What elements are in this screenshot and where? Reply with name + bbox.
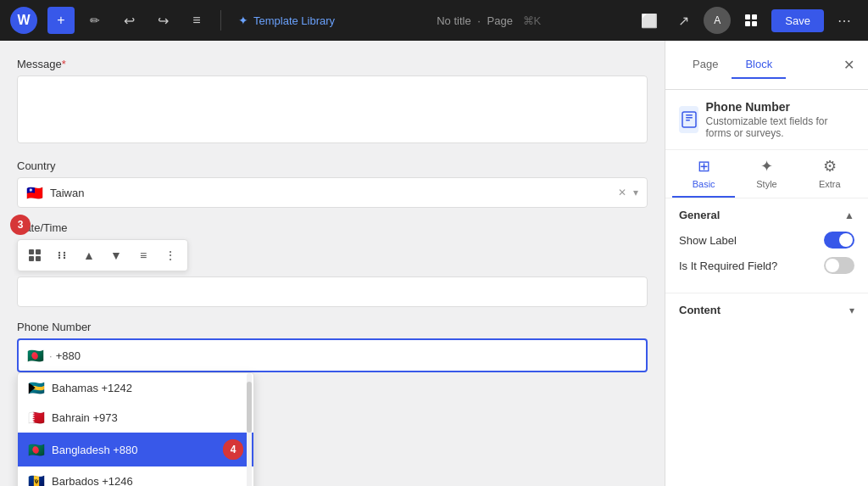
tab-page[interactable]: Page xyxy=(679,51,732,79)
scrollbar-thumb xyxy=(247,382,252,433)
block-toolbar: ▲ ▼ ≡ ⋮ xyxy=(17,239,188,271)
list-view-button[interactable]: ≡ xyxy=(183,7,210,34)
page-title: No title · Page ⌘K xyxy=(348,14,629,27)
preview-button[interactable]: ↗ xyxy=(670,7,697,34)
right-sidebar: Page Block ✕ Phone Number Customizable t… xyxy=(665,41,868,486)
content-tabs-row: ⊞ Basic ✦ Style ⚙ Extra xyxy=(665,150,868,198)
country-code-dropdown: 🇧🇸 Bahamas +1242 🇧🇭 Bahrain +973 🇧🇩 Bang… xyxy=(17,372,254,486)
step4-badge: 4 xyxy=(223,439,243,460)
svg-point-11 xyxy=(64,254,65,256)
style-tab-icon: ✦ xyxy=(760,157,773,176)
more-options-button[interactable]: ⋯ xyxy=(831,7,858,34)
dropdown-scrollbar xyxy=(247,373,252,486)
show-label-label: Show Label xyxy=(679,234,737,247)
dropdown-item-bangladesh[interactable]: 🇧🇩 Bangladesh +880 4 xyxy=(18,433,253,466)
general-section-header[interactable]: General ▲ xyxy=(665,198,868,232)
show-label-toggle-row: Show Label xyxy=(679,232,854,249)
svg-rect-16 xyxy=(686,117,693,119)
country-select[interactable]: 🇹🇼 Taiwan ✕ ▾ xyxy=(17,177,648,208)
toolbar-divider xyxy=(220,10,221,31)
move-up-button[interactable]: ▲ xyxy=(77,243,101,267)
drag-handle[interactable] xyxy=(50,243,74,267)
phone-flag: 🇧🇩 xyxy=(27,348,44,364)
block-type-button[interactable] xyxy=(23,243,47,267)
template-library-button[interactable]: ✦ Template Library xyxy=(231,10,342,31)
top-toolbar: W + ✏ ↩ ↪ ≡ ✦ Template Library No title … xyxy=(0,0,868,41)
tab-basic[interactable]: ⊞ Basic xyxy=(672,150,735,198)
close-sidebar-button[interactable]: ✕ xyxy=(843,57,854,73)
svg-rect-17 xyxy=(686,120,690,121)
panel-title: Phone Number xyxy=(705,100,854,114)
svg-rect-5 xyxy=(36,249,41,254)
svg-point-9 xyxy=(64,252,65,254)
required-field-label: Is It Required Field? xyxy=(679,260,777,272)
svg-rect-3 xyxy=(752,21,757,26)
dropdown-item-barbados[interactable]: 🇧🇧 Barbados +1246 xyxy=(18,466,253,486)
undo-button[interactable]: ↩ xyxy=(115,7,142,34)
svg-point-13 xyxy=(64,257,65,259)
phone-input[interactable]: 🇧🇩 · +880 xyxy=(17,338,648,372)
phone-value: +880 xyxy=(56,349,81,362)
content-section-title: Content xyxy=(679,304,721,316)
tab-style[interactable]: ✦ Style xyxy=(735,150,798,198)
country-label: Country xyxy=(17,159,648,172)
svg-rect-7 xyxy=(36,256,41,261)
required-field-toggle-row: Is It Required Field? xyxy=(679,257,854,274)
panel-description: Customizable text fields for forms or su… xyxy=(705,115,854,139)
phone-panel-icon xyxy=(679,106,698,133)
panel-info: Phone Number Customizable text fields fo… xyxy=(705,100,854,139)
svg-rect-0 xyxy=(745,14,750,20)
datetime-field: 3 Date/Time ▲ ▼ ≡ ⋮ xyxy=(17,221,648,307)
panel-title-row: Phone Number Customizable text fields fo… xyxy=(665,90,868,150)
desktop-view-button[interactable]: ⬜ xyxy=(636,7,663,34)
sidebar-tabs: Page Block xyxy=(679,51,786,79)
message-textarea[interactable] xyxy=(17,75,648,143)
country-flag: 🇹🇼 xyxy=(26,185,43,201)
content-section-header[interactable]: Content ▾ xyxy=(665,293,868,327)
show-label-toggle[interactable] xyxy=(824,232,854,249)
datetime-input[interactable] xyxy=(17,277,648,307)
save-button[interactable]: Save xyxy=(771,9,824,32)
phone-field-label: Phone Number xyxy=(17,321,648,333)
message-field: Message* xyxy=(17,58,648,146)
svg-rect-4 xyxy=(29,249,34,254)
svg-point-10 xyxy=(58,254,60,256)
svg-rect-15 xyxy=(686,115,693,116)
dropdown-item-bahrain[interactable]: 🇧🇭 Bahrain +973 xyxy=(18,403,253,433)
settings-toggle-button[interactable] xyxy=(737,7,765,34)
tab-block[interactable]: Block xyxy=(732,51,786,79)
phone-separator: · xyxy=(49,349,53,362)
general-section-toggle-icon: ▲ xyxy=(844,209,854,221)
extra-tab-icon: ⚙ xyxy=(823,157,837,176)
toggle-thumb-on xyxy=(839,233,853,247)
wp-logo[interactable]: W xyxy=(10,7,37,34)
align-button[interactable]: ≡ xyxy=(131,243,155,267)
svg-rect-2 xyxy=(745,21,750,26)
editor-area: Message* Country 🇹🇼 Taiwan ✕ ▾ 3 Date/Ti… xyxy=(0,41,665,486)
more-block-options[interactable]: ⋮ xyxy=(159,243,182,267)
tab-extra[interactable]: ⚙ Extra xyxy=(798,150,861,198)
general-section-content: Show Label Is It Required Field? xyxy=(665,232,868,293)
country-actions: ✕ ▾ xyxy=(618,187,638,198)
svg-point-8 xyxy=(58,252,60,254)
redo-button[interactable]: ↪ xyxy=(149,7,176,34)
edit-button[interactable]: ✏ xyxy=(81,7,108,34)
svg-point-12 xyxy=(58,257,60,259)
datetime-label: Date/Time xyxy=(17,221,648,234)
phone-number-section: Phone Number 🇧🇩 · +880 🇧🇸 Bahamas +1242 … xyxy=(17,321,648,372)
step3-badge: 3 xyxy=(10,215,31,235)
svg-rect-1 xyxy=(752,14,757,20)
country-field: Country 🇹🇼 Taiwan ✕ ▾ xyxy=(17,159,648,208)
content-section-toggle-icon: ▾ xyxy=(849,304,854,316)
general-section-title: General xyxy=(679,209,720,221)
svg-rect-6 xyxy=(29,256,34,261)
message-label: Message* xyxy=(17,58,648,70)
user-avatar[interactable]: A xyxy=(704,7,731,34)
required-field-toggle[interactable] xyxy=(824,257,854,274)
move-down-button[interactable]: ▼ xyxy=(104,243,128,267)
toggle-thumb-off xyxy=(826,259,839,272)
basic-tab-icon: ⊞ xyxy=(698,157,710,176)
country-name: Taiwan xyxy=(50,187,618,199)
dropdown-item-bahamas[interactable]: 🇧🇸 Bahamas +1242 xyxy=(18,373,253,403)
add-block-button[interactable]: + xyxy=(47,7,75,34)
